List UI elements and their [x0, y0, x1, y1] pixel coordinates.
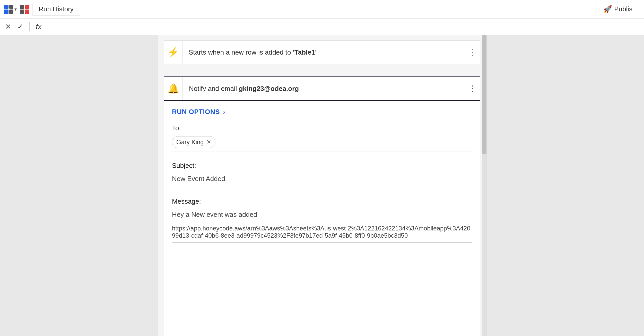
- action-icon-area: 🔔: [164, 77, 183, 100]
- message-field-group: Message: Hey a New event was added https…: [172, 197, 472, 243]
- publish-button[interactable]: 🚀 Publis: [596, 2, 640, 16]
- step-connector: [158, 64, 486, 71]
- dropdown-chevron-icon[interactable]: ▾: [14, 6, 17, 12]
- trigger-more-button[interactable]: ⋮: [466, 47, 480, 57]
- run-options-label: RUN OPTIONS: [172, 108, 220, 116]
- action-email: gking23@odea.org: [239, 85, 299, 92]
- fx-label: fx: [36, 23, 41, 31]
- action-description-prefix: Notify and email: [189, 85, 239, 92]
- confirm-icon[interactable]: ✓: [17, 22, 23, 31]
- automation-panel: ⚡ Starts when a new row is added to 'Tab…: [157, 35, 487, 336]
- rocket-icon: 🚀: [603, 5, 612, 13]
- action-content: Notify and email gking23@odea.org: [183, 80, 465, 98]
- remove-grid-icon[interactable]: [20, 5, 29, 14]
- subject-input-area[interactable]: New Event Added: [172, 174, 472, 187]
- to-label: To:: [172, 124, 472, 132]
- subject-field-group: Subject: New Event Added: [172, 162, 472, 187]
- main-content: ⚡ Starts when a new row is added to 'Tab…: [0, 35, 644, 336]
- trigger-card[interactable]: ⚡ Starts when a new row is added to 'Tab…: [164, 40, 480, 64]
- toolbar-left: ▾ Run History: [4, 3, 80, 15]
- toolbar: ▾ Run History 🚀 Publis: [0, 0, 644, 19]
- subject-label: Subject:: [172, 162, 472, 170]
- recipient-name: Gary King: [176, 139, 204, 146]
- trigger-content: Starts when a new row is added to 'Table…: [182, 43, 466, 62]
- grid-icon-group[interactable]: ▾: [4, 5, 17, 14]
- message-label: Message:: [172, 197, 472, 205]
- connector-line: [322, 64, 322, 71]
- toolbar-right: 🚀 Publis: [596, 2, 640, 16]
- trigger-table-name: 'Table1': [293, 48, 317, 56]
- recipient-chip[interactable]: Gary King ✕: [172, 136, 215, 148]
- subject-value: New Event Added: [172, 174, 472, 184]
- formula-divider: [29, 22, 30, 31]
- run-history-button[interactable]: Run History: [32, 3, 80, 15]
- add-grid-icon: [4, 5, 13, 14]
- to-field-group: To: Gary King ✕: [172, 124, 472, 151]
- remove-recipient-icon[interactable]: ✕: [206, 139, 211, 145]
- formula-bar: ✕ ✓ fx: [0, 19, 644, 35]
- trigger-description-prefix: Starts when a new row is added to: [189, 48, 293, 56]
- action-more-button[interactable]: ⋮: [465, 84, 480, 93]
- scrollbar-thumb[interactable]: [482, 35, 486, 154]
- publish-label: Publis: [614, 5, 632, 13]
- action-card[interactable]: 🔔 Notify and email gking23@odea.org ⋮: [164, 76, 480, 101]
- message-text: Hey a New event was added: [172, 210, 472, 220]
- message-url: https://app.honeycode.aws/arn%3Aaws%3Ash…: [172, 225, 472, 239]
- bolt-icon: ⚡: [167, 47, 179, 58]
- cancel-icon[interactable]: ✕: [5, 22, 11, 31]
- bell-icon: 🔔: [168, 83, 179, 94]
- to-input-area[interactable]: Gary King ✕: [172, 136, 472, 151]
- run-options-section: RUN OPTIONS › To: Gary King ✕ Subject: N…: [164, 101, 480, 336]
- scrollbar[interactable]: [482, 35, 486, 336]
- trigger-icon-area: ⚡: [164, 41, 182, 64]
- run-options-chevron-icon: ›: [223, 108, 225, 116]
- run-options-header[interactable]: RUN OPTIONS ›: [172, 108, 472, 116]
- message-input-area[interactable]: Hey a New event was added https://app.ho…: [172, 210, 472, 243]
